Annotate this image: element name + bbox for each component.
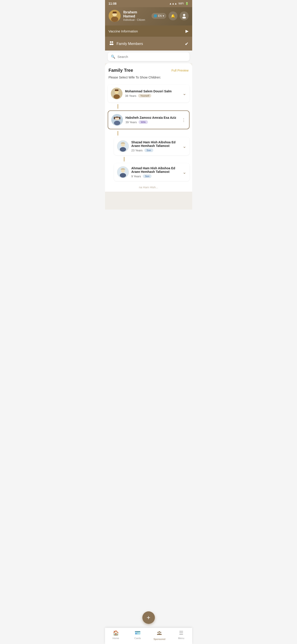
vaccine-banner[interactable]: Vaccine Information ▶ bbox=[105, 26, 192, 37]
nav-cards-label: Cards bbox=[134, 637, 141, 640]
nav-home[interactable]: 🏠 Home bbox=[105, 630, 127, 640]
member-name-wife: Habsheh Zamooz Amraia Esa Aziz bbox=[126, 116, 179, 120]
language-button[interactable]: 🌐 EN ▾ bbox=[152, 13, 166, 19]
svg-point-7 bbox=[110, 41, 111, 43]
svg-point-33 bbox=[158, 634, 160, 635]
member-age-son2: 9 Years bbox=[131, 175, 141, 178]
svg-point-19 bbox=[119, 117, 120, 120]
svg-point-9 bbox=[111, 41, 113, 43]
more-members-hint: na Ham Hish... bbox=[105, 183, 192, 192]
sponsored-icon bbox=[157, 630, 162, 637]
member-info-son1: Shazad Ham Hish Aibshoa Ed Araee Hemhash… bbox=[131, 140, 180, 152]
nav-menu[interactable]: ☰ Menu bbox=[170, 630, 192, 640]
search-bar: 🔍 bbox=[108, 52, 190, 61]
notification-button[interactable]: 🔔 bbox=[169, 12, 177, 20]
tree-connector-3 bbox=[124, 157, 124, 162]
nav-menu-label: Menu bbox=[178, 637, 184, 640]
member-name-son1: Shazad Ham Hish Aibshoa Ed Araee Hemhash… bbox=[131, 140, 180, 148]
member-avatar-wife bbox=[111, 114, 123, 126]
battery-icon: 🔋 bbox=[185, 2, 189, 5]
member-avatar-self bbox=[111, 88, 122, 99]
svg-point-18 bbox=[114, 117, 115, 120]
header-name: Ibrahem Hamed bbox=[123, 10, 149, 18]
avatar bbox=[109, 10, 121, 22]
svg-point-6 bbox=[182, 16, 186, 18]
add-member-fab[interactable]: + bbox=[142, 611, 155, 624]
svg-point-10 bbox=[111, 44, 113, 45]
tree-connector bbox=[118, 104, 118, 109]
member-info-self: Mohammad Salem Dousri Salm 38 Years Your… bbox=[125, 90, 180, 98]
family-icon bbox=[109, 40, 114, 47]
svg-rect-14 bbox=[115, 90, 118, 91]
member-tag-son1: Son bbox=[144, 148, 153, 152]
member-expand-icon-son1[interactable]: ⌄ bbox=[183, 144, 186, 149]
svg-point-32 bbox=[160, 632, 161, 633]
family-members-section[interactable]: Family Members ✔ bbox=[105, 37, 192, 50]
member-more-icon-wife[interactable]: ⋮ bbox=[181, 117, 186, 122]
member-tag-son2: Son bbox=[143, 174, 152, 178]
member-name-self: Mohammad Salem Dousri Salm bbox=[125, 90, 180, 93]
nav-sponsored[interactable]: Sponsored bbox=[149, 630, 171, 640]
member-expand-icon-self[interactable]: ⌄ bbox=[183, 91, 186, 96]
svg-rect-4 bbox=[112, 12, 117, 14]
add-icon: + bbox=[147, 614, 150, 621]
svg-point-22 bbox=[120, 147, 126, 152]
main-content: Family Tree Full Preview Please Select W… bbox=[105, 63, 192, 210]
member-age-wife: 39 Years bbox=[126, 120, 137, 124]
status-icons: ▲▲▲ WiFi 🔋 bbox=[169, 2, 189, 5]
tree-connector-2 bbox=[118, 131, 118, 136]
user-avatar-icon bbox=[109, 10, 121, 22]
member-avatar-son1 bbox=[117, 140, 129, 152]
svg-rect-29 bbox=[121, 169, 125, 170]
member-age-self: 38 Years bbox=[125, 94, 137, 98]
header-role: Individual - Citizen bbox=[123, 18, 149, 22]
signal-icon: ▲▲▲ bbox=[169, 2, 177, 5]
family-chevron-icon: ✔ bbox=[185, 41, 189, 46]
family-tree-header: Family Tree Full Preview bbox=[105, 63, 192, 76]
menu-icon: ☰ bbox=[179, 630, 184, 636]
svg-point-30 bbox=[159, 631, 160, 632]
header-actions: 🌐 EN ▾ 🔔 bbox=[152, 12, 189, 20]
svg-point-2 bbox=[111, 16, 118, 22]
nav-sponsored-label: Sponsored bbox=[154, 638, 165, 640]
member-tag-wife: Wife bbox=[139, 120, 148, 124]
svg-point-31 bbox=[158, 632, 159, 633]
family-members-label: Family Members bbox=[117, 42, 143, 46]
member-card-son1[interactable]: Shazad Ham Hish Aibshoa Ed Araee Hemhash… bbox=[114, 137, 190, 155]
full-preview-link[interactable]: Full Preview bbox=[171, 69, 188, 72]
family-tree-container: Family Tree Full Preview Please Select W… bbox=[105, 63, 192, 192]
svg-rect-24 bbox=[121, 143, 125, 144]
status-time: 11:08 bbox=[109, 2, 117, 5]
select-wife-instruction: Please Select Wife To Show Children: bbox=[105, 76, 192, 83]
member-info-son2: Ahmad Ham Hish Aibshoa Ed Araee Hemhash … bbox=[131, 166, 180, 178]
profile-icon bbox=[181, 13, 187, 18]
profile-button[interactable] bbox=[180, 12, 189, 20]
header: Ibrahem Hamed Individual - Citizen 🌐 EN … bbox=[105, 7, 192, 26]
svg-point-13 bbox=[113, 94, 120, 99]
header-info: Ibrahem Hamed Individual - Citizen bbox=[123, 10, 149, 22]
member-card-wife[interactable]: Habsheh Zamooz Amraia Esa Aziz 39 Years … bbox=[108, 110, 190, 129]
svg-point-35 bbox=[160, 634, 162, 635]
member-name-son2: Ahmad Ham Hish Aibshoa Ed Araee Hemhash … bbox=[131, 166, 180, 174]
search-icon: 🔍 bbox=[111, 54, 115, 59]
wifi-icon: WiFi bbox=[179, 2, 184, 5]
svg-point-5 bbox=[183, 14, 185, 16]
member-expand-icon-son2[interactable]: ⌄ bbox=[183, 170, 186, 175]
search-input[interactable] bbox=[118, 55, 186, 58]
cards-icon: 🪪 bbox=[135, 630, 141, 636]
status-bar: 11:08 ▲▲▲ WiFi 🔋 bbox=[105, 0, 192, 7]
nav-cards[interactable]: 🪪 Cards bbox=[127, 630, 149, 640]
svg-point-34 bbox=[157, 634, 159, 635]
svg-point-27 bbox=[120, 173, 126, 178]
member-info-wife: Habsheh Zamooz Amraia Esa Aziz 39 Years … bbox=[126, 116, 179, 124]
member-tag-self: Yourself bbox=[138, 94, 151, 98]
nav-home-label: Home bbox=[113, 637, 119, 640]
member-avatar-son2 bbox=[117, 166, 129, 178]
home-icon: 🏠 bbox=[113, 630, 119, 636]
family-tree-title: Family Tree bbox=[109, 68, 133, 73]
vaccine-arrow-icon: ▶ bbox=[186, 28, 189, 34]
member-card-son2[interactable]: Ahmad Ham Hish Aibshoa Ed Araee Hemhash … bbox=[114, 163, 190, 181]
member-card-self[interactable]: Mohammad Salem Dousri Salm 38 Years Your… bbox=[108, 84, 190, 102]
bottom-nav: 🏠 Home 🪪 Cards Sponsored ☰ Menu bbox=[105, 628, 192, 644]
member-age-son1: 23 Years bbox=[131, 149, 143, 152]
